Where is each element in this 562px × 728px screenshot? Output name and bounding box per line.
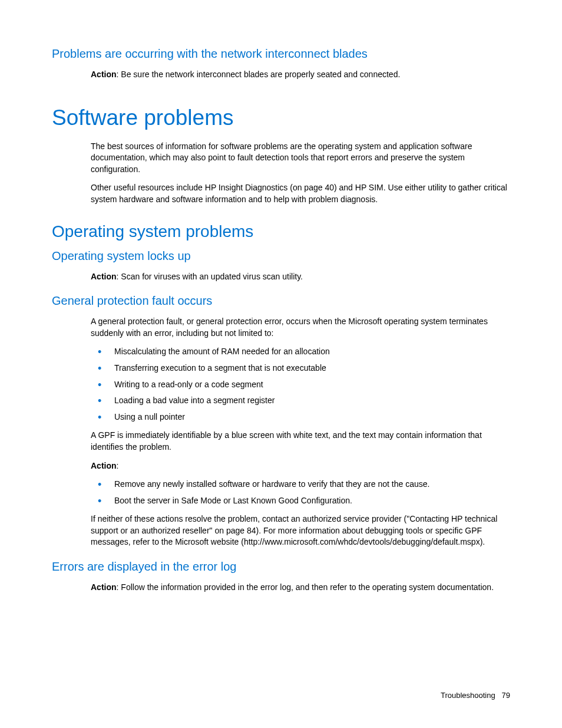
gpf-action-line: Action: bbox=[91, 460, 510, 472]
list-item: Boot the server in Safe Mode or Last Kno… bbox=[91, 495, 510, 507]
heading-gpf-occurs: General protection fault occurs bbox=[52, 294, 510, 308]
action-network-interconnect: Action: Be sure the network interconnect… bbox=[91, 69, 510, 81]
gpf-paragraph-2: A GPF is immediately identifiable by a b… bbox=[91, 430, 510, 453]
page-footer: Troubleshooting 79 bbox=[441, 691, 510, 700]
action-text: : Follow the information provided in the… bbox=[117, 582, 494, 592]
document-page: Problems are occurring with the network … bbox=[0, 0, 562, 594]
list-item: Remove any newly installed software or h… bbox=[91, 479, 510, 490]
gpf-causes-list: Miscalculating the amount of RAM needed … bbox=[91, 346, 510, 423]
list-item: Writing to a read-only or a code segment bbox=[91, 379, 510, 391]
heading-software-problems: Software problems bbox=[52, 106, 510, 130]
action-text: : Be sure the network interconnect blade… bbox=[117, 70, 401, 79]
action-label: Action bbox=[91, 70, 117, 79]
footer-page-number: 79 bbox=[502, 691, 510, 700]
action-text: : Scan for viruses with an updated virus… bbox=[117, 272, 303, 281]
action-label: Action bbox=[91, 461, 117, 470]
list-item: Transferring execution to a segment that… bbox=[91, 363, 510, 374]
gpf-paragraph-3: If neither of these actions resolve the … bbox=[91, 513, 510, 548]
gpf-actions-list: Remove any newly installed software or h… bbox=[91, 479, 510, 506]
action-label: Action bbox=[91, 272, 117, 281]
gpf-paragraph-1: A general protection fault, or general p… bbox=[91, 316, 510, 339]
action-label: Action bbox=[91, 582, 117, 592]
action-colon: : bbox=[117, 461, 119, 470]
footer-section: Troubleshooting bbox=[441, 691, 495, 700]
heading-error-log: Errors are displayed in the error log bbox=[52, 560, 510, 574]
heading-network-interconnect: Problems are occurring with the network … bbox=[52, 47, 510, 61]
heading-os-locks-up: Operating system locks up bbox=[52, 249, 510, 263]
list-item: Loading a bad value into a segment regis… bbox=[91, 395, 510, 407]
list-item: Miscalculating the amount of RAM needed … bbox=[91, 346, 510, 358]
heading-operating-system-problems: Operating system problems bbox=[52, 222, 510, 241]
action-error-log: Action: Follow the information provided … bbox=[91, 582, 510, 594]
action-os-locks-up: Action: Scan for viruses with an updated… bbox=[91, 271, 510, 283]
software-problems-paragraph-2: Other useful resources include HP Insigh… bbox=[91, 182, 510, 205]
software-problems-paragraph-1: The best sources of information for soft… bbox=[91, 141, 510, 176]
list-item: Using a null pointer bbox=[91, 411, 510, 423]
